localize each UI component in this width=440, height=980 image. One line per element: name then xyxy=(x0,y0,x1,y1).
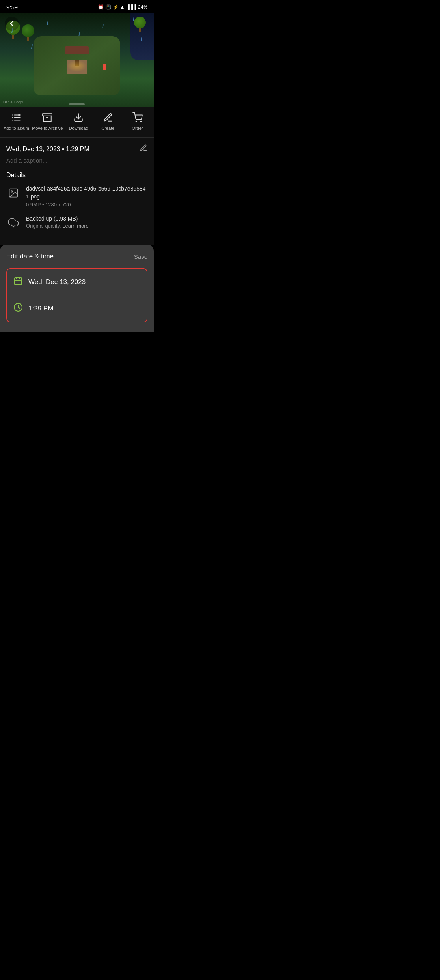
date-value: Wed, Dec 13, 2023 xyxy=(28,278,86,286)
calendar-icon xyxy=(13,276,23,288)
glow-effect xyxy=(67,60,87,72)
svg-rect-15 xyxy=(15,278,22,285)
add-to-album-button[interactable]: Add to album xyxy=(2,112,30,131)
file-resolution: 0.9MP • 1280 x 720 xyxy=(26,202,147,208)
svg-point-11 xyxy=(136,121,136,122)
back-button[interactable] xyxy=(5,17,19,31)
backup-info-block: Backed up (0.93 MB) Original quality. Le… xyxy=(26,215,89,229)
save-button[interactable]: Save xyxy=(134,253,147,260)
cloud-backup-icon xyxy=(6,216,21,230)
file-detail-row: dadvsei-a84f426a-fa3c-49d6-b569-10cb7e89… xyxy=(6,185,147,208)
backup-detail-row: Backed up (0.93 MB) Original quality. Le… xyxy=(6,215,147,230)
status-bar: 9:59 ⏰ 📳 ⚡ ▲ ▐▐▐ 24% xyxy=(0,0,154,13)
download-icon xyxy=(73,112,84,123)
download-label: Download xyxy=(69,125,88,131)
order-icon xyxy=(132,112,143,123)
add-to-album-icon xyxy=(11,112,22,123)
create-icon xyxy=(103,112,114,123)
file-info-block: dadvsei-a84f426a-fa3c-49d6-b569-10cb7e89… xyxy=(26,185,147,208)
battery-text: 24% xyxy=(138,4,147,10)
time-row[interactable]: 1:29 PM xyxy=(7,295,147,322)
details-section: Wed, Dec 13, 2023 • 1:29 PM Add a captio… xyxy=(0,138,154,245)
filename: dadvsei-a84f426a-fa3c-49d6-b569-10cb7e89… xyxy=(26,185,147,200)
clock-icon xyxy=(13,303,23,314)
date-row[interactable]: Wed, Dec 13, 2023 xyxy=(7,269,147,295)
drag-handle xyxy=(69,103,85,105)
order-button[interactable]: Order xyxy=(124,112,151,131)
svg-rect-8 xyxy=(43,114,52,116)
add-to-album-label: Add to album xyxy=(4,125,29,131)
signal-icon: ▐▐▐ xyxy=(126,4,136,10)
caption-field[interactable]: Add a caption... xyxy=(6,157,147,164)
wifi-icon: ▲ xyxy=(120,4,125,10)
svg-point-14 xyxy=(11,191,13,192)
move-to-archive-button[interactable]: Move to Archive xyxy=(32,112,63,131)
order-label: Order xyxy=(132,125,143,131)
alarm-icon: ⏰ xyxy=(98,4,104,10)
svg-point-12 xyxy=(140,121,141,122)
photo-date-row: Wed, Dec 13, 2023 • 1:29 PM xyxy=(6,144,147,154)
backup-status: Backed up (0.93 MB) xyxy=(26,215,89,222)
archive-label: Move to Archive xyxy=(32,125,63,131)
learn-more-link[interactable]: Learn more xyxy=(62,223,88,229)
photo-date: Wed, Dec 13, 2023 • 1:29 PM xyxy=(6,146,89,153)
backup-quality: Original quality. Learn more xyxy=(26,223,89,229)
download-button[interactable]: Download xyxy=(65,112,92,131)
edit-date-button[interactable] xyxy=(140,144,147,154)
archive-icon xyxy=(42,112,53,123)
create-button[interactable]: Create xyxy=(94,112,122,131)
watermark: Daniel Bogni xyxy=(3,100,23,104)
tree-decoration xyxy=(134,17,146,32)
status-icons: ⏰ 📳 ⚡ ▲ ▐▐▐ 24% xyxy=(98,4,147,10)
sheet-header: Edit date & time Save xyxy=(6,252,147,260)
details-heading: Details xyxy=(6,172,147,179)
image-file-icon xyxy=(6,186,21,200)
character-sprite xyxy=(103,64,106,70)
edit-datetime-sheet: Edit date & time Save Wed, Dec 13, 2023 xyxy=(0,245,154,332)
vibrate-icon: 📳 xyxy=(105,4,111,10)
sheet-title: Edit date & time xyxy=(6,252,54,260)
status-time: 9:59 xyxy=(6,4,18,11)
bluetooth-icon: ⚡ xyxy=(113,4,119,10)
tree-decoration xyxy=(22,24,34,41)
create-label: Create xyxy=(101,125,114,131)
photo-image: Daniel Bogni xyxy=(0,13,154,107)
datetime-selection-box: Wed, Dec 13, 2023 1:29 PM xyxy=(6,268,147,322)
action-bar: Add to album Move to Archive Download xyxy=(0,107,154,138)
time-value: 1:29 PM xyxy=(28,305,53,312)
photo-viewer: Daniel Bogni xyxy=(0,13,154,107)
